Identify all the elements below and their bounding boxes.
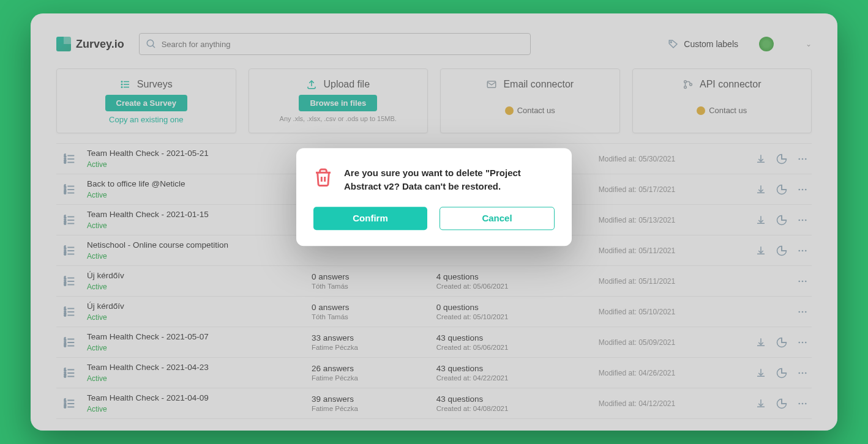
confirm-button[interactable]: Confirm: [313, 207, 427, 230]
trash-icon: [313, 166, 333, 191]
app-window: Zurvey.io Custom labels ⌄: [31, 13, 837, 431]
confirm-delete-modal: Are you sure you want to delete "Project…: [296, 148, 572, 246]
cancel-button[interactable]: Cancel: [440, 207, 555, 230]
modal-message: Are you sure you want to delete "Project…: [344, 166, 555, 193]
